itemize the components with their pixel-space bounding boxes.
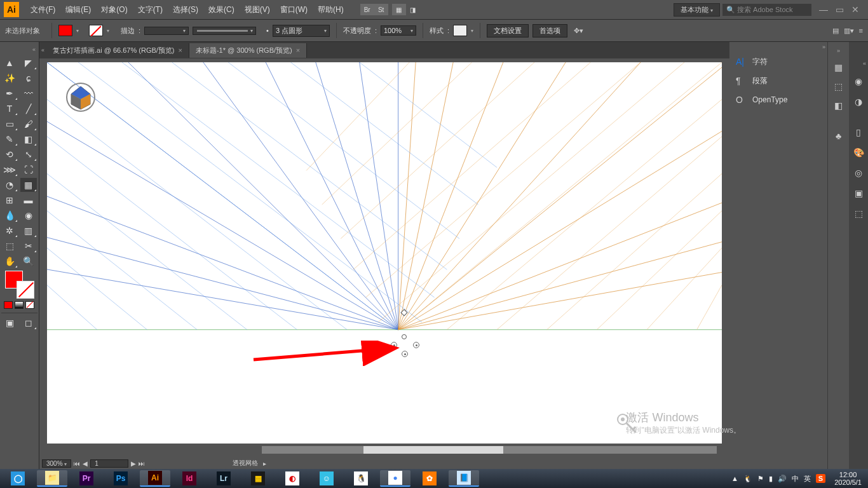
stock-button[interactable]: St	[374, 4, 388, 15]
screen-mode-full[interactable]: ◻	[20, 316, 37, 330]
eyedropper-tool[interactable]: 💧	[1, 208, 18, 222]
panel-opentype[interactable]: O OpenType	[729, 90, 827, 109]
zoom-level-dropdown[interactable]: 300% ▾	[42, 459, 71, 468]
close-button[interactable]: ✕	[851, 4, 859, 15]
blend-tool[interactable]: ◉	[20, 208, 37, 222]
scale-tool[interactable]: ⤡	[20, 147, 37, 161]
document-setup-button[interactable]: 文档设置	[487, 24, 529, 37]
toolbox-collapse[interactable]: «	[1, 44, 37, 55]
style-swatch[interactable]	[453, 25, 467, 36]
taskbar-app-11[interactable]: ●	[380, 470, 410, 487]
tray-ime-cn[interactable]: 中	[792, 474, 799, 484]
taskbar-app-0[interactable]: ◯	[3, 470, 33, 487]
color-panel-icon[interactable]: 🎨	[851, 145, 866, 160]
width-tool[interactable]: ⋙	[1, 163, 18, 177]
perspective-plane-widget[interactable]	[65, 81, 97, 113]
close-icon[interactable]: ×	[179, 46, 182, 54]
mesh-tool[interactable]: ⊞	[1, 193, 18, 207]
symbols-icon[interactable]: ♣	[831, 128, 846, 144]
paintbrush-tool[interactable]: 🖌	[20, 117, 37, 131]
panel-paragraph[interactable]: ¶ 段落	[729, 71, 827, 90]
menu-select[interactable]: 选择(S)	[168, 4, 203, 15]
taskbar-app-7[interactable]: ▦	[243, 470, 273, 487]
align-dist-icon[interactable]: ▥▾	[844, 27, 854, 35]
fill-stroke-control[interactable]	[1, 269, 37, 299]
symbols-panel-icon[interactable]: ◧	[831, 98, 846, 113]
rotate-tool[interactable]: ⟲	[1, 147, 18, 161]
status-mode-menu[interactable]: ▸	[263, 460, 266, 467]
transform-icon[interactable]: ✥▾	[574, 27, 583, 35]
menu-edit[interactable]: 编辑(E)	[60, 4, 96, 15]
menu-help[interactable]: 帮助(H)	[313, 4, 349, 15]
pen-tool[interactable]: ✒	[1, 86, 18, 100]
taskbar-app-2[interactable]: Pr	[71, 470, 102, 487]
brush-dropdown[interactable]: 3 点圆形▾	[273, 25, 330, 37]
hand-tool[interactable]: ✋	[1, 254, 18, 268]
screen-mode-normal[interactable]: ▣	[1, 316, 18, 330]
arrange-docs-button[interactable]: ▦	[392, 4, 406, 15]
artboard-nav-first[interactable]: ⏮	[74, 460, 80, 467]
menu-window[interactable]: 窗口(W)	[275, 4, 313, 15]
grid-target-right[interactable]	[413, 342, 419, 348]
taskbar-app-8[interactable]: ◐	[277, 470, 308, 487]
tabs-collapse[interactable]: «	[39, 45, 46, 55]
pencil-tool[interactable]: ✎	[1, 132, 18, 146]
taskbar-app-5[interactable]: Id	[174, 470, 205, 487]
artboard-number[interactable]: 1	[90, 459, 128, 468]
canvas[interactable]	[47, 62, 722, 444]
fill-swatch[interactable]	[58, 25, 72, 36]
menu-object[interactable]: 对象(O)	[96, 4, 132, 15]
close-icon[interactable]: ×	[296, 46, 300, 54]
workspace-switcher[interactable]: 基本功能 ▾	[674, 3, 720, 17]
curvature-tool[interactable]: 〰	[20, 86, 37, 100]
artboard-nav-next[interactable]: ▶	[131, 460, 136, 467]
panel-collapse[interactable]: »	[729, 42, 827, 52]
brushes-panel-icon[interactable]: ⬚	[831, 79, 846, 94]
direct-selection-tool[interactable]: ◤	[20, 56, 37, 70]
tray-overflow[interactable]: ▲	[731, 475, 738, 482]
gradient-tool[interactable]: ▬	[20, 193, 37, 207]
taskbar-app-12[interactable]: ✿	[414, 470, 445, 487]
shape-builder-tool[interactable]: ◔	[1, 178, 18, 192]
stroke-weight-input[interactable]: ▾	[144, 27, 189, 35]
appearance-panel-icon[interactable]: ◑	[851, 94, 866, 109]
slice-tool[interactable]: ✂	[20, 239, 37, 253]
minimize-button[interactable]: —	[819, 4, 828, 15]
doc-tab-1[interactable]: 复古灯塔插画.ai @ 66.67% (RGB/预览) ×	[46, 43, 189, 58]
color-mode-solid[interactable]	[4, 301, 13, 309]
profile-dropdown[interactable]: ▾	[193, 27, 256, 35]
panel-menu-icon[interactable]: ≡	[859, 27, 863, 35]
artboard-nav-prev[interactable]: ◀	[83, 460, 88, 467]
taskbar-app-13[interactable]: 📘	[449, 470, 479, 487]
tray-ime-en[interactable]: 英	[804, 474, 811, 484]
nav-panel-icon[interactable]: ▣	[851, 186, 866, 201]
cc-libraries-icon[interactable]: ◉	[851, 74, 866, 89]
taskbar-app-10[interactable]: 🐧	[346, 470, 376, 487]
type-tool[interactable]: T	[1, 102, 18, 116]
stock-search[interactable]: 🔍 搜索 Adobe Stock	[722, 4, 811, 16]
gpu-preview-button[interactable]: ◨	[406, 4, 420, 15]
taskbar-app-4[interactable]: Ai	[140, 470, 170, 487]
artboard-nav-last[interactable]: ⏭	[139, 460, 145, 467]
lasso-tool[interactable]: ɕ	[20, 71, 37, 85]
menu-file[interactable]: 文件(F)	[25, 4, 60, 15]
preferences-button[interactable]: 首选项	[532, 24, 567, 37]
bridge-button[interactable]: Br	[360, 4, 374, 15]
tray-qq-icon[interactable]: 🐧	[743, 475, 752, 483]
artboards-panel-icon[interactable]: ⬚	[851, 206, 866, 221]
layers-panel-icon[interactable]: ▯	[851, 125, 866, 140]
artboard-tool[interactable]: ⬚	[1, 239, 18, 253]
tray-flag-icon[interactable]: ⚑	[757, 475, 764, 483]
tray-sogou-icon[interactable]: S	[816, 474, 825, 483]
stroke-swatch[interactable]	[89, 25, 103, 36]
line-tool[interactable]: ╱	[20, 102, 37, 116]
tray-volume-icon[interactable]: 🔊	[778, 475, 787, 483]
panel-character[interactable]: A| 字符	[729, 52, 827, 71]
strip-collapse[interactable]: »	[835, 46, 842, 56]
swatches-panel-icon[interactable]: ▦	[831, 60, 846, 75]
taskbar-app-9[interactable]: ☺	[311, 470, 342, 487]
zoom-tool[interactable]: 🔍	[20, 254, 37, 268]
eraser-tool[interactable]: ◧	[20, 132, 37, 146]
taskbar-clock[interactable]: 12:00 2020/5/1	[831, 471, 865, 486]
align-icon[interactable]: ▤	[832, 27, 839, 35]
